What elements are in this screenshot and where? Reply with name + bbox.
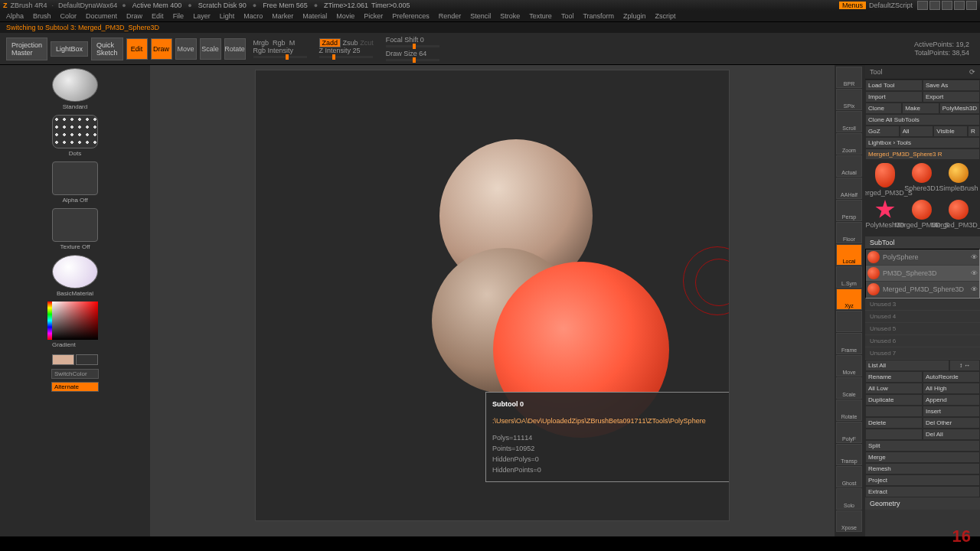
menu-marker[interactable]: Marker (272, 12, 293, 20)
split-button[interactable]: Split (865, 440, 980, 452)
nav-ghost-button[interactable]: Ghost (836, 466, 862, 487)
color-swatches[interactable] (52, 354, 98, 365)
menu-zplugin[interactable]: Zplugin (623, 12, 646, 20)
goz-button[interactable]: GoZ (865, 126, 900, 137)
switch-color-button[interactable]: SwitchColor (51, 369, 99, 379)
insert-button[interactable]: Insert (923, 406, 980, 417)
tool-collapse-icon[interactable]: ⟳ (969, 68, 975, 76)
nav-scroll-button[interactable]: Scroll (836, 111, 862, 132)
menu-preferences[interactable]: Preferences (392, 12, 430, 20)
draw-size-slider[interactable] (386, 59, 439, 61)
menu-material[interactable]: Material (302, 12, 327, 20)
color-picker[interactable] (52, 302, 98, 340)
viewport[interactable]: Subtool 0 :\Users\OA\Dev\UploadedZips\ZB… (255, 70, 730, 521)
material-thumb[interactable] (52, 255, 98, 289)
menu-movie[interactable]: Movie (336, 12, 354, 20)
lightbox-button[interactable]: LightBox (51, 41, 88, 57)
del-all-button[interactable]: Del All (923, 429, 980, 440)
close-icon[interactable] (966, 1, 977, 10)
current-tool-name[interactable]: Merged_PM3D_Sphere3 R (865, 148, 980, 160)
tool-thumb[interactable]: Merged_PM3D_S (940, 198, 977, 235)
extract-button[interactable]: Extract (865, 486, 980, 497)
menu-light[interactable]: Light (220, 12, 235, 20)
menu-brush[interactable]: Brush (33, 12, 51, 20)
del-other-button[interactable]: Del Other (923, 417, 980, 429)
menu-layer[interactable]: Layer (193, 12, 211, 20)
menu-edit[interactable]: Edit (152, 12, 164, 20)
duplicate-button[interactable]: Duplicate (865, 394, 923, 406)
nav-l.sym-button[interactable]: L.Sym (836, 266, 862, 288)
polymesh3d-button[interactable]: PolyMesh3D (939, 103, 980, 114)
default-zscript[interactable]: DefaultZScript (869, 2, 913, 9)
minimize-icon[interactable] (942, 1, 952, 10)
goz-visible-button[interactable]: Visible (933, 126, 968, 137)
subtool-item[interactable]: Merged_PM3D_Sphere3D👁 (866, 282, 979, 298)
make-button[interactable]: Make (902, 103, 939, 114)
remesh-button[interactable]: Remesh (865, 463, 980, 474)
auto-reorder-button[interactable]: AutoReorde (923, 371, 980, 383)
tool-thumb[interactable]: Sphere3D1 (903, 161, 940, 198)
nav-transp-button[interactable]: Transp (836, 444, 862, 465)
menu-alpha[interactable]: Alpha (6, 12, 24, 20)
save-as-button[interactable]: Save As (923, 80, 980, 91)
menu-transform[interactable]: Transform (583, 12, 614, 20)
nav-aahalf-button[interactable]: AAHalf (836, 178, 862, 199)
menu-render[interactable]: Render (439, 12, 462, 20)
rotate-mode-button[interactable]: Rotate (224, 38, 246, 60)
subtool-header[interactable]: SubTool (865, 236, 980, 249)
focal-shift-slider[interactable] (386, 45, 439, 47)
nav-frame-button[interactable]: Frame (836, 333, 862, 354)
tool-thumb[interactable]: PolyMesh3D (867, 198, 903, 235)
rgb-button[interactable]: Rgb (273, 39, 286, 47)
tool-thumb[interactable]: Merged_PM3D_S (903, 198, 940, 235)
list-all-button[interactable]: List All (865, 360, 949, 371)
help-icon[interactable] (917, 1, 928, 10)
menu-draw[interactable]: Draw (126, 12, 142, 20)
alternate-button[interactable]: Alternate (51, 382, 99, 392)
project-button[interactable]: Project (865, 474, 980, 486)
tool-thumb[interactable]: SimpleBrush (940, 161, 977, 198)
goz-all-button[interactable]: All (900, 126, 934, 137)
all-high-button[interactable]: All High (923, 383, 980, 394)
nav-xpose-button[interactable]: Xpose (836, 510, 862, 532)
gradient-label[interactable]: Gradient (52, 341, 147, 348)
nav-local-button[interactable]: Local (836, 244, 862, 266)
menu-zscript[interactable]: Zscript (655, 12, 676, 20)
subtool-arrows[interactable]: ↕ ↔ (949, 360, 980, 371)
unused-slot[interactable]: Unused 5 (865, 323, 980, 335)
projection-master-button[interactable]: Projection Master (6, 37, 47, 60)
alpha-thumb[interactable] (52, 161, 98, 195)
nav-solo-button[interactable]: Solo (836, 488, 862, 510)
quick-sketch-button[interactable]: Quick Sketch (91, 37, 123, 60)
nav-blank-button[interactable] (836, 311, 862, 332)
delete-button[interactable]: Delete (865, 417, 923, 429)
geometry-header[interactable]: Geometry (865, 497, 980, 510)
tool-thumb[interactable]: Merged_PM3D_S (867, 161, 903, 198)
nav-floor-button[interactable]: Floor (836, 222, 862, 243)
nav-spix-button[interactable]: SPix (836, 89, 862, 110)
nav-actual-button[interactable]: Actual (836, 155, 862, 177)
menu-texture[interactable]: Texture (529, 12, 552, 20)
load-tool-button[interactable]: Load Tool (865, 80, 923, 91)
menu-picker[interactable]: Picker (364, 12, 383, 20)
pin-icon[interactable] (929, 1, 940, 10)
draw-mode-button[interactable]: Draw (151, 38, 172, 60)
all-low-button[interactable]: All Low (865, 383, 923, 394)
nav-scale-button[interactable]: Scale (836, 377, 862, 399)
mrgb-button[interactable]: Mrgb (253, 39, 270, 47)
scale-mode-button[interactable]: Scale (200, 38, 221, 60)
rgb-intensity-slider[interactable] (253, 56, 307, 58)
brush-thumb[interactable] (52, 68, 98, 102)
nav-polyf-button[interactable]: PolyF (836, 422, 862, 443)
z-intensity-slider[interactable] (319, 56, 373, 58)
move-mode-button[interactable]: Move (175, 38, 197, 60)
unused-slot[interactable]: Unused 6 (865, 335, 980, 347)
subtool-item[interactable]: PolySphere👁 (866, 249, 979, 266)
menu-stroke[interactable]: Stroke (500, 12, 520, 20)
append-button[interactable]: Append (923, 394, 980, 406)
menus-toggle[interactable]: Menus (839, 2, 866, 9)
menu-document[interactable]: Document (86, 12, 117, 20)
nav-bpr-button[interactable]: BPR (836, 67, 862, 88)
m-button[interactable]: M (289, 39, 296, 47)
clone-button[interactable]: Clone (865, 103, 902, 114)
